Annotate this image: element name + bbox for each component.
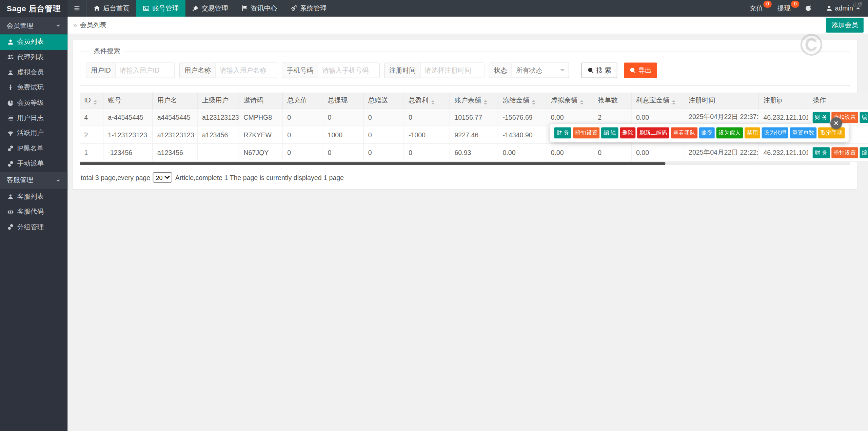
action-button[interactable]: 暗扣设置 [573,128,599,139]
export-button[interactable]: 导出 [624,62,657,78]
search-field-input[interactable] [318,63,379,77]
action-button[interactable]: 禁用 [745,128,760,139]
status-select[interactable]: 所有状态 [512,63,569,77]
action-button[interactable]: 财 务 [813,112,830,123]
refresh-button[interactable] [798,0,819,17]
hamburger-icon [74,5,80,12]
app-logo[interactable]: Sage 后台管理 [0,0,67,17]
breadcrumb-bar: » 会员列表 添加会员 [67,17,868,34]
sidebar-item-3[interactable]: 虚拟会员 [0,65,67,80]
cell-r2c8: 0 [404,144,450,161]
scrollbar-thumb[interactable] [80,162,665,165]
sort-icon[interactable] [431,100,435,104]
code-icon [7,209,14,215]
sort-icon[interactable] [580,100,584,104]
sidebar-item-2[interactable]: 代理列表 [0,50,67,65]
chevron-down-icon [55,23,61,28]
search-field-2: 手机号码 [282,62,380,78]
cell-r0c6: 0 [323,108,363,126]
page-size-select[interactable]: 20 [153,172,172,183]
action-button[interactable]: 删除 [620,128,636,139]
sort-icon[interactable] [94,100,97,104]
cell-r1c3: a123456 [197,126,239,143]
search-field-input[interactable] [421,63,484,77]
cell-r0c15: 46.232.121.101 [759,108,808,126]
action-button[interactable]: 重置单数 [790,128,816,139]
col-header-10[interactable]: 冻结金额 [498,93,546,109]
link-icon [7,160,14,167]
col-header-9[interactable]: 账户余额 [450,93,498,109]
search-button[interactable]: 搜 索 [581,62,617,78]
sidebar-item-13[interactable]: 分组管理 [0,219,67,235]
add-member-button[interactable]: 添加会员 [826,18,864,33]
sort-icon[interactable] [672,100,675,104]
col-header-2: 用户名 [153,93,197,109]
sidebar-item-7[interactable]: 活跃用户 [0,126,67,141]
sidebar-item-8[interactable]: IP黑名单 [0,141,67,156]
flag-icon [241,5,248,12]
col-header-11[interactable]: 虚拟余额 [546,93,593,109]
action-button[interactable]: 刷新二维码 [637,128,669,139]
cell-r2c1: -123456 [103,144,152,161]
nav-item-1[interactable]: 账号管理 [136,0,185,17]
user-icon [826,5,833,12]
cell-r2c11: 0.00 [546,144,593,161]
sidebar-section-10[interactable]: 客服管理 [0,171,67,189]
pagination: total 3 page,every page 20 Article,compl… [80,172,850,183]
sidebar-item-9[interactable]: 手动派单 [0,156,67,171]
col-header-0[interactable]: ID [80,93,103,109]
sidebar-section-0[interactable]: 会员管理 [0,17,67,34]
action-button[interactable]: 财 务 [554,128,571,139]
chevron-down-icon [560,69,565,74]
cell-r0c12: 2 [593,108,631,126]
sidebar-item-6[interactable]: 用户日志 [0,111,67,126]
sort-icon[interactable] [532,100,535,104]
col-header-3: 上级用户 [197,93,239,109]
search-field-label: 用户ID [86,63,116,77]
action-button[interactable]: 查看团队 [671,128,697,139]
recharge-link[interactable]: 充值 0 [743,0,770,17]
search-field-label: 手机号码 [282,63,318,77]
cell-r0c11: 0.00 [546,108,593,126]
action-button[interactable]: 暗扣设置 [831,147,858,158]
search-field-label: 注册时间 [385,63,421,77]
sidebar-item-4[interactable]: 免费试玩 [0,80,67,95]
search-field-input[interactable] [216,63,277,77]
action-button[interactable]: 编 辑 [860,112,868,123]
hamburger-button[interactable] [67,0,87,17]
col-header-15: 注册ip [759,93,808,109]
withdraw-link[interactable]: 提现 0 [770,0,798,17]
search-row: 用户ID用户名称手机号码注册时间状态所有状态搜 索导出 [86,62,844,78]
horizontal-scrollbar[interactable] [80,162,850,165]
cell-r0c14: 2025年04月22日 22:37:44 [684,108,758,126]
search-field-input[interactable] [116,63,174,77]
nav-item-0[interactable]: 后台首页 [87,0,136,17]
app-window: Sage 后台管理 后台首页账号管理交易管理资讯中心系统管理 充值 0 提现 0… [0,0,868,431]
cell-r1c9: 9227.46 [450,126,498,143]
action-button[interactable]: 编 辑 [601,128,618,139]
action-button[interactable]: 账变 [699,128,715,139]
cell-r2c7: 0 [363,144,404,161]
search-legend: 条件搜索 [89,46,124,56]
search-field-1: 用户名称 [179,62,277,78]
action-button[interactable]: 取消手动 [818,128,845,139]
cell-r2c15: 46.232.121.101 [759,144,808,161]
sidebar-item-1[interactable]: 会员列表 [0,34,67,50]
nav-item-3[interactable]: 资讯中心 [235,0,284,17]
cell-r0c2: a44545445 [153,108,197,126]
sidebar-item-12[interactable]: 客服代码 [0,204,67,219]
popup-close-button[interactable] [830,117,842,129]
col-header-13[interactable]: 利息宝金额 [631,93,684,109]
cell-r2c14: 2025年04月22日 22:22:52 [684,144,758,161]
action-button[interactable]: 财 务 [813,147,830,158]
nav-item-2[interactable]: 交易管理 [185,0,235,17]
col-header-8[interactable]: 总盈利 [404,93,450,109]
sidebar-item-5[interactable]: 会员等级 [0,95,67,111]
action-button[interactable]: 设为代理 [762,128,788,139]
cell-r2c2: a123456 [153,144,197,161]
action-button[interactable]: 设为假人 [716,128,743,139]
sort-icon[interactable] [484,100,487,104]
action-button[interactable]: 编 辑 [860,147,868,158]
nav-item-4[interactable]: 系统管理 [284,0,333,17]
sidebar-item-11[interactable]: 客服列表 [0,189,67,204]
